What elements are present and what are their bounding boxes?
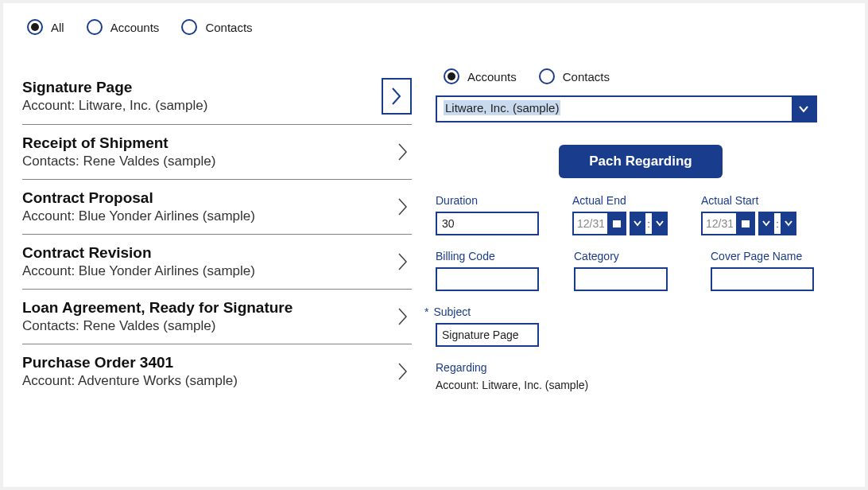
actual-start-date-input[interactable]	[701, 212, 736, 235]
cover-page-name-input[interactable]	[711, 267, 814, 291]
field-label: Duration	[436, 194, 539, 207]
radio-icon	[444, 68, 459, 84]
list-item[interactable]: Purchase Order 3401 Account: Adventure W…	[22, 344, 412, 399]
dropdown-selected-text: Litware, Inc. (sample)	[444, 100, 560, 115]
list-item-text: Receipt of Shipment Contacts: Rene Valde…	[22, 134, 215, 169]
actual-end-date-input[interactable]	[572, 212, 607, 235]
radio-icon	[539, 68, 555, 84]
app-root: All Accounts Contacts Signature Page Acc…	[3, 3, 865, 487]
radio-icon	[87, 19, 103, 35]
list-item-text: Signature Page Account: Litware, Inc. (s…	[22, 79, 207, 114]
radio-icon	[181, 19, 197, 35]
category-input[interactable]	[574, 267, 668, 291]
chevron-right-icon	[394, 305, 412, 329]
fields-row-2: Billing Code Category Cover Page Name	[436, 250, 846, 291]
list-item[interactable]: Contract Revision Account: Blue Yonder A…	[22, 235, 412, 290]
detail-filter-accounts[interactable]: Accounts	[444, 68, 517, 84]
date-group: :	[701, 212, 796, 235]
cover-page-name-field: Cover Page Name	[711, 250, 814, 291]
list-item-title: Signature Page	[22, 79, 207, 96]
fields-row-1: Duration Actual End :	[436, 194, 846, 235]
filter-label: Accounts	[467, 70, 517, 84]
minute-select[interactable]	[781, 212, 796, 235]
list-pane: Signature Page Account: Litware, Inc. (s…	[22, 68, 412, 399]
detail-pane: Accounts Contacts Litware, Inc. (sample)…	[436, 68, 846, 399]
field-label: Category	[574, 250, 668, 262]
detail-filter-contacts[interactable]: Contacts	[539, 68, 610, 84]
list-item-sub: Contacts: Rene Valdes (sample)	[22, 154, 215, 169]
filter-label: All	[51, 21, 64, 34]
chevron-right-icon	[394, 250, 412, 274]
list-item[interactable]: Receipt of Shipment Contacts: Rene Valde…	[22, 125, 412, 180]
category-field: Category	[574, 250, 668, 291]
date-group: :	[572, 212, 668, 235]
list-item-sub: Account: Blue Yonder Airlines (sample)	[22, 208, 255, 224]
chevron-right-icon	[394, 360, 412, 383]
list-item-title: Purchase Order 3401	[22, 354, 238, 371]
detail-filter: Accounts Contacts	[444, 68, 846, 84]
list-item-title: Contract Revision	[22, 244, 255, 262]
list-item-title: Contract Proposal	[22, 189, 255, 207]
filter-contacts[interactable]: Contacts	[181, 19, 252, 35]
regarding-block: Regarding Account: Litware, Inc. (sample…	[436, 361, 846, 391]
calendar-icon[interactable]	[736, 212, 755, 235]
field-label: Cover Page Name	[711, 250, 814, 262]
list-item-sub: Account: Blue Yonder Airlines (sample)	[22, 263, 255, 279]
list-item-text: Purchase Order 3401 Account: Adventure W…	[22, 354, 238, 389]
billing-code-field: Billing Code	[436, 250, 539, 291]
minute-select[interactable]	[652, 212, 668, 235]
top-filter: All Accounts Contacts	[27, 19, 846, 35]
list-item-text: Contract Revision Account: Blue Yonder A…	[22, 244, 255, 279]
field-label: Subject	[424, 305, 539, 318]
list-item-text: Loan Agreement, Ready for Signature Cont…	[22, 299, 293, 334]
billing-code-input[interactable]	[436, 267, 539, 291]
chevron-right-icon[interactable]	[382, 78, 412, 115]
dropdown-value: Litware, Inc. (sample)	[437, 97, 792, 121]
radio-icon	[27, 19, 43, 35]
time-separator: :	[645, 212, 652, 235]
actual-end-field: Actual End :	[572, 194, 668, 235]
list-item-title: Receipt of Shipment	[22, 134, 215, 152]
chevron-down-icon[interactable]	[792, 97, 816, 121]
list-item-text: Contract Proposal Account: Blue Yonder A…	[22, 189, 255, 224]
fields-row-3: Subject	[424, 305, 846, 347]
chevron-right-icon	[394, 195, 412, 219]
account-dropdown[interactable]: Litware, Inc. (sample)	[436, 95, 817, 122]
list-item-sub: Contacts: Rene Valdes (sample)	[22, 318, 293, 334]
duration-field: Duration	[436, 194, 539, 235]
list-item-sub: Account: Litware, Inc. (sample)	[22, 98, 207, 114]
filter-label: Contacts	[205, 21, 252, 34]
subject-input[interactable]	[436, 323, 539, 347]
filter-label: Contacts	[563, 70, 610, 84]
pach-regarding-button[interactable]: Pach Regarding	[559, 145, 722, 178]
subject-field: Subject	[424, 305, 539, 347]
hour-select[interactable]	[630, 212, 645, 235]
duration-input[interactable]	[436, 212, 539, 235]
list-item[interactable]: Contract Proposal Account: Blue Yonder A…	[22, 180, 412, 235]
filter-accounts[interactable]: Accounts	[87, 19, 160, 35]
actual-start-field: Actual Start :	[701, 194, 796, 235]
filter-all[interactable]: All	[27, 19, 64, 35]
main: Signature Page Account: Litware, Inc. (s…	[22, 68, 846, 399]
list-item-sub: Account: Adventure Works (sample)	[22, 373, 238, 389]
svg-rect-3	[742, 220, 750, 222]
field-label: Actual End	[572, 194, 668, 207]
svg-rect-1	[613, 220, 621, 222]
time-separator: :	[774, 212, 781, 235]
hour-select[interactable]	[758, 212, 774, 235]
regarding-value: Account: Litware, Inc. (sample)	[436, 379, 846, 391]
calendar-icon[interactable]	[607, 212, 626, 235]
list-item[interactable]: Signature Page Account: Litware, Inc. (s…	[22, 68, 412, 125]
chevron-right-icon	[394, 140, 412, 164]
list-item[interactable]: Loan Agreement, Ready for Signature Cont…	[22, 290, 412, 344]
field-label: Billing Code	[436, 250, 539, 262]
filter-label: Accounts	[110, 21, 160, 34]
list-item-title: Loan Agreement, Ready for Signature	[22, 299, 293, 317]
field-label: Regarding	[436, 361, 846, 374]
field-label: Actual Start	[701, 194, 796, 207]
